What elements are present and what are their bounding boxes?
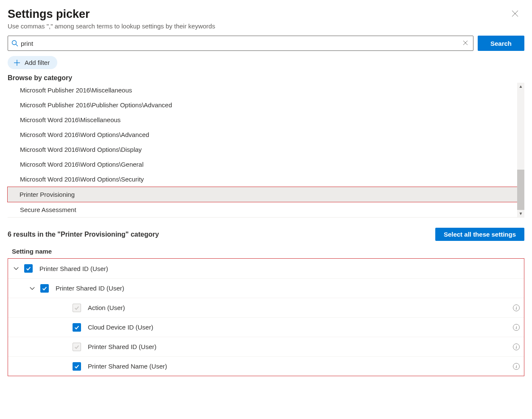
category-item[interactable]: Microsoft Publisher 2016\Miscellaneous xyxy=(8,83,517,98)
category-item[interactable]: Microsoft Word 2016\Word Options\General xyxy=(8,157,517,172)
category-item[interactable]: Microsoft Word 2016\Word Options\Securit… xyxy=(8,172,517,187)
setting-checkbox[interactable] xyxy=(40,284,49,293)
select-all-button[interactable]: Select all these settings xyxy=(435,228,524,241)
setting-checkbox xyxy=(73,304,81,312)
expand-toggle[interactable] xyxy=(8,265,24,271)
category-item[interactable]: Printer Provisioning xyxy=(8,187,517,202)
setting-label: Printer Shared ID (User) xyxy=(39,265,508,272)
browse-by-category-label: Browse by category xyxy=(8,74,524,82)
setting-row[interactable]: Action (User)i xyxy=(8,298,524,317)
column-header-setting-name[interactable]: Setting name xyxy=(8,243,524,258)
add-filter-label: Add filter xyxy=(25,59,50,66)
setting-label: Action (User) xyxy=(88,304,508,311)
search-icon xyxy=(11,40,18,47)
setting-row[interactable]: Printer Shared ID (User) xyxy=(8,278,524,298)
setting-label: Printer Shared ID (User) xyxy=(56,285,508,292)
search-box[interactable] xyxy=(8,36,473,51)
category-item[interactable]: Microsoft Word 2016\Word Options\Display xyxy=(8,142,517,157)
info-icon[interactable]: i xyxy=(513,344,520,350)
scroll-up-arrow-icon[interactable]: ▲ xyxy=(517,83,524,90)
svg-line-3 xyxy=(16,45,18,47)
page-title: Settings picker xyxy=(8,8,215,21)
page-subtitle: Use commas "," among search terms to loo… xyxy=(8,22,215,30)
search-button[interactable]: Search xyxy=(478,36,524,51)
info-icon[interactable]: i xyxy=(513,304,520,311)
setting-row[interactable]: Printer Shared Name (User)i xyxy=(8,356,524,376)
category-item[interactable]: Microsoft Word 2016\Miscellaneous xyxy=(8,112,517,127)
close-button[interactable] xyxy=(508,8,522,21)
setting-row[interactable]: Printer Shared ID (User)i xyxy=(8,337,524,356)
results-table: Printer Shared ID (User)Printer Shared I… xyxy=(8,258,524,376)
category-item[interactable]: Microsoft Publisher 2016\Publisher Optio… xyxy=(8,98,517,112)
setting-label: Printer Shared ID (User) xyxy=(88,343,508,350)
plus-icon xyxy=(14,59,20,66)
category-item[interactable]: Microsoft Word 2016\Word Options\Advance… xyxy=(8,127,517,142)
add-filter-button[interactable]: Add filter xyxy=(8,56,57,69)
info-icon[interactable]: i xyxy=(513,324,520,331)
info-icon[interactable]: i xyxy=(513,363,520,370)
setting-checkbox[interactable] xyxy=(24,264,33,273)
scroll-down-arrow-icon[interactable]: ▼ xyxy=(517,210,524,217)
close-icon xyxy=(512,10,518,17)
clear-icon xyxy=(463,40,468,45)
scroll-thumb[interactable] xyxy=(517,170,524,210)
setting-checkbox[interactable] xyxy=(73,323,81,332)
expand-toggle[interactable] xyxy=(24,285,40,291)
svg-point-2 xyxy=(12,41,17,45)
setting-checkbox xyxy=(73,343,81,351)
setting-label: Printer Shared Name (User) xyxy=(88,363,508,370)
clear-search-button[interactable] xyxy=(461,39,470,47)
search-input[interactable] xyxy=(18,40,461,47)
setting-row[interactable]: Printer Shared ID (User) xyxy=(8,259,524,278)
setting-row[interactable]: Cloud Device ID (User)i xyxy=(8,317,524,337)
scrollbar[interactable]: ▲ ▼ xyxy=(517,83,524,217)
category-list: Microsoft Publisher 2016\MiscellaneousMi… xyxy=(8,83,517,217)
setting-checkbox[interactable] xyxy=(73,362,81,371)
chevron-down-icon xyxy=(29,285,35,291)
category-item[interactable]: Secure Assessment xyxy=(8,202,517,217)
setting-label: Cloud Device ID (User) xyxy=(88,324,508,331)
results-summary: 6 results in the "Printer Provisioning" … xyxy=(8,231,159,238)
chevron-down-icon xyxy=(13,265,19,271)
